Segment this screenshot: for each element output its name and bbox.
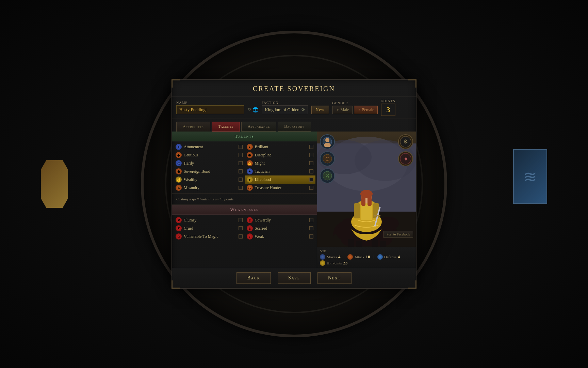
tab-appearance[interactable]: Appearance	[241, 122, 276, 132]
tactician-checkbox[interactable]	[309, 169, 313, 173]
cruel-checkbox[interactable]	[239, 226, 243, 230]
talent-wealthy[interactable]: 💰 Wealthy	[174, 175, 245, 184]
weaknesses-grid: ✖ Clumsy ⊘ Cowardly ✗ Cruel ⊗ Scarred	[172, 215, 317, 242]
weakness-cruel[interactable]: ✗ Cruel	[174, 224, 245, 232]
talent-lifeblood[interactable]: ♥ Lifeblood	[245, 175, 316, 184]
new-button[interactable]: New	[311, 106, 329, 114]
male-icon: ♂	[336, 107, 339, 112]
corner-br	[408, 280, 416, 289]
cautious-checkbox[interactable]	[239, 153, 243, 157]
attunement-checkbox[interactable]	[239, 145, 243, 149]
corner-bl	[172, 280, 180, 289]
lifeblood-icon: ♥	[247, 177, 253, 183]
lifeblood-checkbox[interactable]	[309, 178, 313, 182]
portrait-icon-2[interactable]: ⬡	[320, 151, 335, 166]
ability-icon-1[interactable]: ⚙	[398, 134, 413, 149]
svg-point-1	[325, 138, 329, 142]
clumsy-icon: ✖	[176, 217, 182, 223]
gender-label: Gender	[332, 101, 378, 105]
bottom-bar: Back Save Next	[172, 268, 416, 288]
create-sovereign-dialog: Create Sovereign Name ↺ 🌐 Faction Kingdo…	[172, 79, 416, 289]
weak-icon: ↓	[247, 233, 253, 240]
svg-rect-23	[385, 218, 394, 232]
attack-stat: Attack 10	[347, 254, 370, 260]
discipline-checkbox[interactable]	[309, 153, 313, 157]
save-button[interactable]: Save	[278, 272, 311, 284]
tab-attributes[interactable]: Attributes	[176, 122, 210, 132]
stats-bar: Stats Moves 4 Attack 10	[317, 247, 416, 268]
name-label: Name	[176, 101, 244, 105]
wealthy-icon: 💰	[176, 177, 182, 183]
cowardly-checkbox[interactable]	[309, 218, 313, 222]
weakness-weak[interactable]: ↓ Weak	[245, 232, 316, 241]
tactician-icon: ★	[247, 168, 253, 174]
post-facebook-button[interactable]: Post to Facebook	[383, 231, 413, 238]
female-button[interactable]: ♀ Female	[354, 106, 378, 114]
corner-tl	[172, 79, 180, 88]
might-checkbox[interactable]	[309, 161, 313, 165]
talent-hardy[interactable]: ⬡ Hardy	[174, 159, 245, 167]
brilliant-checkbox[interactable]	[309, 145, 313, 149]
misandry-checkbox[interactable]	[239, 186, 243, 190]
cautious-label: Cautious	[184, 153, 236, 158]
weak-checkbox[interactable]	[309, 234, 313, 239]
cautious-icon: ◆	[176, 152, 182, 158]
talent-might[interactable]: 💪 Might	[245, 159, 316, 167]
dialog-title: Create Sovereign	[172, 80, 416, 96]
talent-description: Casting a spell heals this unit 5 points…	[172, 193, 317, 205]
faction-cycle-icon[interactable]: ⟳	[301, 107, 305, 112]
cowardly-label: Cowardly	[255, 218, 308, 223]
vulnerable-magic-icon: ⊘	[176, 233, 182, 240]
weakness-cowardly[interactable]: ⊘ Cowardly	[245, 216, 316, 224]
sovereign-bond-label: Sovereign Bond	[184, 169, 236, 174]
male-label: Male	[341, 107, 349, 112]
hardy-checkbox[interactable]	[239, 161, 243, 165]
next-button[interactable]: Next	[317, 272, 352, 284]
points-value: 3	[386, 105, 390, 114]
stat-divider-2	[374, 255, 374, 259]
talent-tactician[interactable]: ★ Tactician	[245, 167, 316, 175]
talent-attunement[interactable]: ✦ Attunement	[174, 143, 245, 151]
talent-discipline[interactable]: ⬟ Discipline	[245, 151, 316, 159]
ability-icon-2[interactable]: 🗡	[398, 151, 413, 166]
svg-text:⬡: ⬡	[325, 156, 329, 162]
male-button[interactable]: ♂ Male	[332, 106, 353, 114]
treasure-hunter-label: Treasure Hunter	[255, 185, 308, 190]
points-box: 3	[381, 104, 395, 116]
defense-label: Defense	[384, 255, 396, 259]
clumsy-label: Clumsy	[184, 218, 236, 223]
attunement-icon: ✦	[176, 144, 182, 150]
tab-backstory[interactable]: Backstory	[278, 122, 311, 132]
weakness-scarred[interactable]: ⊗ Scarred	[245, 224, 316, 232]
header-row: Name ↺ 🌐 Faction Kingdom of Gilden ⟳ New…	[172, 96, 416, 119]
stats-label: Stats	[320, 249, 413, 253]
sovereign-bond-checkbox[interactable]	[239, 169, 243, 173]
tab-talents[interactable]: Talents	[212, 122, 240, 132]
globe-icon[interactable]: 🌐	[252, 107, 258, 113]
portrait-icons-left: ⬡ ⚔	[320, 134, 335, 183]
vulnerable-magic-checkbox[interactable]	[239, 234, 243, 239]
name-input[interactable]	[176, 105, 244, 114]
weakness-vulnerable-to-magic[interactable]: ⊘ Vulnerable To Magic	[174, 232, 245, 241]
portrait-icon-1[interactable]	[320, 134, 335, 149]
stats-row: Moves 4 Attack 10 Defense	[320, 254, 413, 260]
faction-display: Kingdom of Gilden ⟳	[262, 105, 308, 114]
clumsy-checkbox[interactable]	[239, 218, 243, 222]
scarred-checkbox[interactable]	[309, 226, 313, 230]
weakness-clumsy[interactable]: ✖ Clumsy	[174, 216, 245, 224]
hardy-label: Hardy	[184, 161, 236, 166]
attack-value: 10	[366, 254, 370, 260]
talent-treasure-hunter[interactable]: 🗝 Treasure Hunter	[245, 184, 316, 192]
talent-brilliant[interactable]: ● Brilliant	[245, 143, 316, 151]
refresh-icon[interactable]: ↺	[248, 107, 251, 113]
talent-misandry[interactable]: ⚔ Misandry	[174, 184, 245, 192]
talent-sovereign-bond[interactable]: ⬢ Sovereign Bond	[174, 167, 245, 175]
svg-rect-31	[361, 194, 365, 206]
wealthy-checkbox[interactable]	[239, 178, 243, 182]
treasure-hunter-checkbox[interactable]	[309, 186, 313, 190]
talent-cautious[interactable]: ◆ Cautious	[174, 151, 245, 159]
right-panel: ⬡ ⚔ ⚙	[317, 132, 416, 268]
misandry-label: Misandry	[184, 185, 236, 190]
back-button[interactable]: Back	[236, 272, 271, 284]
portrait-icon-3[interactable]: ⚔	[320, 168, 335, 183]
